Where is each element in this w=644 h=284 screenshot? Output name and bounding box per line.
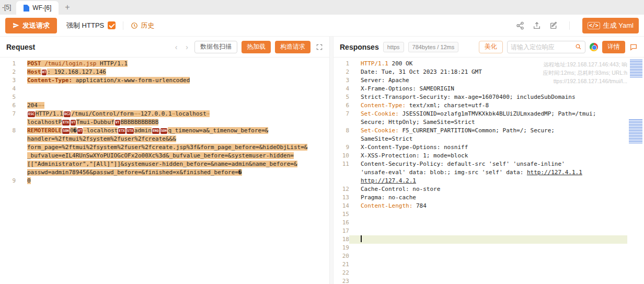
tab-active-webfuzzer[interactable]: WF-[6] xyxy=(16,1,59,15)
response-viewer[interactable]: 1HTTP/1.1 200 OK远程地址:192.168.127.146:443… xyxy=(334,58,644,284)
details-button[interactable]: 详情 xyxy=(602,41,625,53)
response-line[interactable]: 10X-XSS-Protection: 1; mode=block xyxy=(334,152,644,160)
search-icon[interactable] xyxy=(575,43,582,50)
request-line[interactable]: 5 xyxy=(0,93,329,101)
response-line[interactable]: 14Content-Length: 784 xyxy=(334,202,644,210)
request-line[interactable]: localhostPETXVTTmui-DubbufVTBBBBBBBBBBB xyxy=(0,118,329,127)
request-line[interactable]: 90 xyxy=(0,177,329,185)
toolbar-divider-2 xyxy=(569,21,570,30)
response-line[interactable]: 9X-Content-Type-Options: nosniff xyxy=(334,143,644,152)
request-line[interactable]: 7ESCHTTP/1.1DC2/tmui/Control/form→→127.0… xyxy=(0,110,329,118)
edit-icon[interactable] xyxy=(549,21,558,30)
request-line[interactable]: passwd=admin789456&passwd_before=&finish… xyxy=(0,168,329,177)
request-line[interactable]: 8REMOTEROLESOH0�VT→localhostETXSTXadminE… xyxy=(0,127,329,135)
response-line[interactable]: 2Date: Tue, 31 Oct 2023 21:18:21 GMT应时间:… xyxy=(334,68,644,76)
response-line[interactable]: 20 xyxy=(334,252,644,260)
response-line[interactable]: 15 xyxy=(334,210,644,219)
response-meta-note: 应时间:12ms; 总耗时:93ms; URL:h xyxy=(543,69,627,77)
response-line[interactable]: Secure; HttpOnly; SameSite=Strict xyxy=(334,118,644,127)
line-content xyxy=(349,227,627,235)
request-editor[interactable]: 1POST /tmui/login.jsp HTTP/1.12HostHT: 1… xyxy=(0,58,329,284)
request-line[interactable]: [["Administrator","[All]"]]&systemuser-h… xyxy=(0,160,329,168)
response-line[interactable]: 1HTTP/1.1 200 OK远程地址:192.168.127.146:443… xyxy=(334,60,644,68)
line-number: 6 xyxy=(0,101,16,110)
request-panel: Request ‹ › 数据包扫描 热加载 构造请求 1POST /tmui/l… xyxy=(0,37,329,284)
scheme-tag: https xyxy=(383,42,404,52)
response-line[interactable]: 17 xyxy=(334,227,644,235)
history-button[interactable]: 历史 xyxy=(131,21,154,30)
response-line[interactable]: 23 xyxy=(334,277,644,284)
response-line[interactable]: 22 xyxy=(334,269,644,277)
line-content: Set-Cookie: JSESSIONID=ozlafg1mTMVKXkbk4… xyxy=(349,110,627,118)
response-line[interactable]: 5Strict-Transport-Security: max-age=1607… xyxy=(334,93,644,101)
packet-scan-button[interactable]: 数据包扫描 xyxy=(194,41,237,53)
generate-yaml-button[interactable]: </> 生成 Yaml xyxy=(582,18,639,33)
line-number: 14 xyxy=(334,202,349,210)
chevron-right-icon[interactable]: › xyxy=(183,43,190,51)
export-icon[interactable] xyxy=(533,21,541,30)
control-char-badge: STX xyxy=(126,128,134,134)
line-content: handler=%2ftmui%2fsystem%2fuser%2fcreate… xyxy=(16,135,329,143)
response-line[interactable]: 19 xyxy=(334,244,644,252)
line-number: 2 xyxy=(0,68,16,76)
search-input[interactable] xyxy=(511,43,573,51)
response-line[interactable]: 'unsafe-eval' data: blob:; img-src 'self… xyxy=(334,168,644,177)
request-line[interactable]: 6204→→ xyxy=(0,101,329,110)
request-line[interactable]: _bufvalue=eIL4RUnSwXYoPUIOGcOFx2o00Xc%3d… xyxy=(0,152,329,160)
response-line[interactable]: SameSite=Strict xyxy=(334,135,644,143)
request-line[interactable]: form_page=%2ftmui%2fsystem%2fuser%2fcrea… xyxy=(0,143,329,152)
response-line[interactable]: http://127.4.2.1 xyxy=(334,177,644,185)
response-line[interactable]: 4X-Frame-Options: SAMEORIGIN xyxy=(334,85,644,93)
response-line[interactable]: 6Content-Type: text/xml; charset=utf-8 xyxy=(334,101,644,110)
response-line[interactable]: 18 xyxy=(334,235,644,244)
response-line[interactable]: 11Content-Security-Policy: default-src '… xyxy=(334,160,644,168)
add-tab-button[interactable]: + xyxy=(59,3,76,15)
line-content: form_page=%2ftmui%2fsystem%2fuser%2fcrea… xyxy=(16,143,329,152)
line-number: 7 xyxy=(0,110,16,118)
line-content: passwd=admin789456&passwd_before=&finish… xyxy=(16,168,329,177)
chrome-icon[interactable] xyxy=(590,43,598,51)
construct-request-button[interactable]: 构造请求 xyxy=(275,41,310,53)
line-number: 16 xyxy=(334,219,349,227)
request-line[interactable]: 1POST /tmui/login.jsp HTTP/1.1 xyxy=(0,60,329,68)
panel-splitter[interactable] xyxy=(329,37,334,284)
response-line[interactable]: 13Pragma: no-cache xyxy=(334,194,644,202)
control-char-badge: SOH xyxy=(62,128,70,134)
line-content xyxy=(349,252,627,260)
request-line[interactable]: 3Content-Type: application/x-www-form-ur… xyxy=(0,76,329,85)
line-content xyxy=(349,210,627,219)
line-content: HostHT: 192.168.127.146 xyxy=(16,68,329,76)
request-line[interactable]: 2HostHT: 192.168.127.146 xyxy=(0,68,329,76)
line-content: http://127.4.2.1 xyxy=(349,177,627,185)
force-https-checkbox[interactable] xyxy=(108,21,116,29)
line-number: 12 xyxy=(334,185,349,194)
comment-icon[interactable] xyxy=(629,43,638,51)
line-content: localhostPETXVTTmui-DubbufVTBBBBBBBBBBB xyxy=(16,118,329,127)
response-line[interactable]: 3Server: Apachettps://192.168.127.146/tm… xyxy=(334,76,644,85)
line-number xyxy=(334,135,349,143)
line-content: X-Frame-Options: SAMEORIGIN xyxy=(349,85,627,93)
share-icon[interactable] xyxy=(516,21,524,30)
chevron-left-icon[interactable]: ‹ xyxy=(173,43,180,51)
response-panel-header: Responses https 784bytes / 12ms 美化 详情 xyxy=(334,37,644,58)
fullscreen-icon[interactable] xyxy=(316,43,323,51)
control-char-badge: ENQ xyxy=(152,128,159,134)
send-request-button[interactable]: 发送请求 xyxy=(5,18,57,33)
response-meta-note: 远程地址:192.168.127.146:443; 响 xyxy=(543,60,627,69)
response-line[interactable]: 21 xyxy=(334,260,644,269)
request-line[interactable]: 4 xyxy=(0,85,329,93)
response-line[interactable]: 16 xyxy=(334,219,644,227)
response-line[interactable]: 12Cache-Control: no-store xyxy=(334,185,644,194)
line-content: Content-Length: 784 xyxy=(349,202,627,210)
beautify-button[interactable]: 美化 xyxy=(479,41,503,53)
hot-reload-button[interactable]: 热加载 xyxy=(242,41,271,53)
line-number: 21 xyxy=(334,260,349,269)
response-panel: Responses https 784bytes / 12ms 美化 详情 1H… xyxy=(334,37,644,284)
generate-yaml-label: 生成 Yaml xyxy=(603,21,634,30)
tab-previous[interactable]: -[5] xyxy=(1,4,16,15)
force-https-label: 强制 HTTPS xyxy=(66,21,104,30)
request-line[interactable]: handler=%2ftmui%2fsystem%2fuser%2fcreate… xyxy=(0,135,329,143)
response-line[interactable]: 7Set-Cookie: JSESSIONID=ozlafg1mTMVKXkbk… xyxy=(334,110,644,118)
response-line[interactable]: 8Set-Cookie: F5_CURRENT_PARTITION=Common… xyxy=(334,127,644,135)
tab-label: WF-[6] xyxy=(32,4,51,12)
